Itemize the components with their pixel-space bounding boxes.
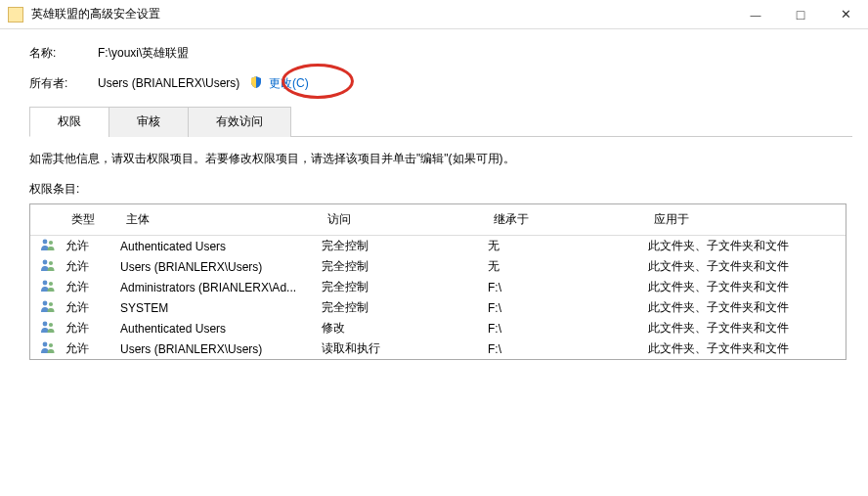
header-inherited-from[interactable]: 继承于 <box>488 207 648 232</box>
owner-value: Users (BRIANLERX\Users) 更改(C) <box>98 75 309 92</box>
content-area: 名称: F:\youxi\英雄联盟 所有者: Users (BRIANLERX\… <box>0 29 868 360</box>
entry-access: 完全控制 <box>322 258 488 275</box>
entry-type: 允许 <box>65 279 120 295</box>
tab-audit[interactable]: 审核 <box>108 107 189 137</box>
entry-principal: Authenticated Users <box>120 240 322 253</box>
header-icon-spacer <box>30 216 65 224</box>
header-principal[interactable]: 主体 <box>120 207 322 232</box>
svg-point-11 <box>49 343 53 347</box>
svg-point-3 <box>49 261 53 265</box>
permission-entry-row[interactable]: 允许Authenticated Users完全控制无此文件夹、子文件夹和文件 <box>30 236 846 256</box>
entry-applies-to: 此文件夹、子文件夹和文件 <box>648 279 846 295</box>
entry-principal: SYSTEM <box>120 301 322 315</box>
header-type[interactable]: 类型 <box>65 207 120 232</box>
folder-icon <box>8 7 23 23</box>
entry-principal: Authenticated Users <box>120 322 322 336</box>
entry-access: 完全控制 <box>322 238 488 254</box>
entry-inherited-from: F:\ <box>488 322 648 336</box>
entries-label: 权限条目: <box>29 181 852 198</box>
entry-inherited-from: F:\ <box>488 301 648 315</box>
titlebar: 英雄联盟的高级安全设置 <box>0 0 868 29</box>
entry-applies-to: 此文件夹、子文件夹和文件 <box>648 258 846 275</box>
entry-access: 完全控制 <box>322 279 488 295</box>
entry-principal: Administrators (BRIANLERX\Ad... <box>120 281 322 294</box>
entry-type: 允许 <box>65 258 120 275</box>
header-applies-to[interactable]: 应用于 <box>648 207 846 232</box>
svg-point-0 <box>43 240 48 245</box>
entry-type: 允许 <box>65 299 120 316</box>
users-group-icon <box>30 258 65 275</box>
owner-label: 所有者: <box>29 75 98 92</box>
entry-type: 允许 <box>65 320 120 337</box>
entry-inherited-from: 无 <box>488 238 648 254</box>
header-access[interactable]: 访问 <box>322 207 488 232</box>
permission-entry-row[interactable]: 允许SYSTEM完全控制F:\此文件夹、子文件夹和文件 <box>30 297 846 318</box>
entry-principal: Users (BRIANLERX\Users) <box>120 260 322 274</box>
tabs: 权限 审核 有效访问 <box>29 106 852 137</box>
entry-inherited-from: 无 <box>488 258 648 275</box>
tab-effective-access[interactable]: 有效访问 <box>188 107 291 137</box>
svg-point-8 <box>43 322 48 327</box>
svg-point-6 <box>43 301 48 306</box>
owner-value-text: Users (BRIANLERX\Users) <box>98 76 239 90</box>
users-group-icon <box>30 279 65 295</box>
entry-access: 读取和执行 <box>322 340 488 357</box>
entry-applies-to: 此文件夹、子文件夹和文件 <box>648 299 846 316</box>
svg-point-9 <box>49 323 53 327</box>
shield-icon <box>249 75 263 92</box>
window-title: 英雄联盟的高级安全设置 <box>31 6 733 23</box>
svg-point-4 <box>43 281 48 286</box>
maximize-button[interactable] <box>778 0 823 29</box>
entry-inherited-from: F:\ <box>488 281 648 294</box>
entry-inherited-from: F:\ <box>488 342 648 356</box>
entry-principal: Users (BRIANLERX\Users) <box>120 342 322 356</box>
svg-point-2 <box>43 260 48 265</box>
name-value: F:\youxi\英雄联盟 <box>98 45 189 62</box>
permission-entries-list[interactable]: 类型 主体 访问 继承于 应用于 允许Authenticated Users完全… <box>29 203 846 360</box>
entry-access: 修改 <box>322 320 488 337</box>
minimize-button[interactable] <box>733 0 778 29</box>
permission-entry-row[interactable]: 允许Administrators (BRIANLERX\Ad...完全控制F:\… <box>30 277 846 297</box>
window-controls <box>733 0 868 29</box>
permission-entry-row[interactable]: 允许Users (BRIANLERX\Users)完全控制无此文件夹、子文件夹和… <box>30 256 846 277</box>
svg-point-7 <box>49 302 53 306</box>
owner-row: 所有者: Users (BRIANLERX\Users) 更改(C) <box>29 75 852 92</box>
name-label: 名称: <box>29 45 98 62</box>
svg-point-1 <box>49 241 53 245</box>
svg-point-5 <box>49 282 53 286</box>
help-text: 如需其他信息，请双击权限项目。若要修改权限项目，请选择该项目并单击"编辑"(如果… <box>29 151 852 167</box>
svg-point-10 <box>43 342 48 347</box>
entries-header-row: 类型 主体 访问 继承于 应用于 <box>30 204 846 236</box>
entry-applies-to: 此文件夹、子文件夹和文件 <box>648 320 846 337</box>
users-group-icon <box>30 320 65 337</box>
name-row: 名称: F:\youxi\英雄联盟 <box>29 45 852 62</box>
users-group-icon <box>30 238 65 254</box>
permission-entry-row[interactable]: 允许Authenticated Users修改F:\此文件夹、子文件夹和文件 <box>30 318 846 338</box>
tab-permissions[interactable]: 权限 <box>29 107 109 137</box>
permission-entry-row[interactable]: 允许Users (BRIANLERX\Users)读取和执行F:\此文件夹、子文… <box>30 338 846 359</box>
users-group-icon <box>30 299 65 316</box>
users-group-icon <box>30 340 65 357</box>
entry-applies-to: 此文件夹、子文件夹和文件 <box>648 238 846 254</box>
close-button[interactable] <box>823 0 868 29</box>
entry-applies-to: 此文件夹、子文件夹和文件 <box>648 340 846 357</box>
change-owner-link[interactable]: 更改(C) <box>269 76 309 90</box>
entry-type: 允许 <box>65 340 120 357</box>
entry-access: 完全控制 <box>322 299 488 316</box>
entry-type: 允许 <box>65 238 120 254</box>
